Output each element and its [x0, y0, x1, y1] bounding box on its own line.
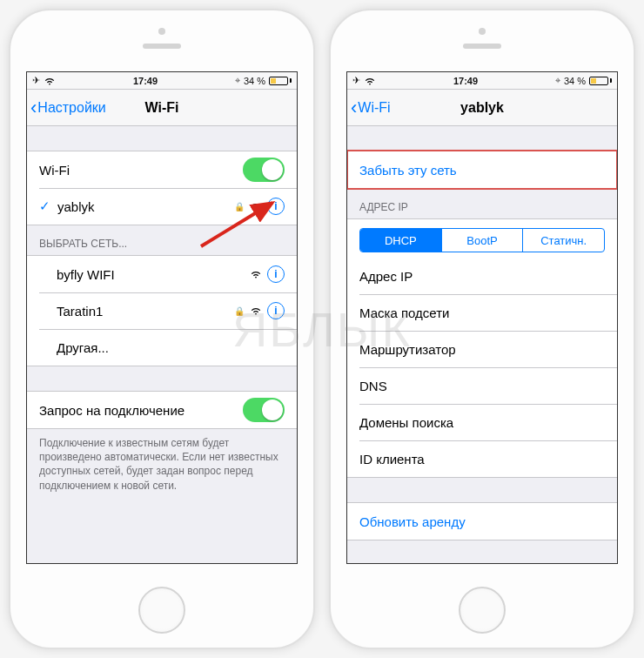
phone-left: ✈ 17:49 ⌖ 34 % ‹ Настройки Wi-Fi: [9, 9, 315, 649]
networks-group: byfly WIFI i Taratin1 🔒: [27, 255, 297, 366]
info-icon[interactable]: i: [267, 198, 285, 215]
status-time: 17:49: [133, 76, 158, 86]
ip-mode-segmented: DHCP BootP Статичн.: [359, 228, 605, 252]
check-icon: ✓: [39, 198, 50, 214]
wifi-switch[interactable]: [243, 158, 285, 182]
seg-dhcp[interactable]: DHCP: [360, 229, 441, 252]
seg-static[interactable]: Статичн.: [522, 229, 604, 252]
nav-back-button[interactable]: ‹ Wi-Fi: [347, 98, 391, 118]
row-label: DNS: [359, 379, 605, 393]
choose-network-header: ВЫБРАТЬ СЕТЬ...: [27, 225, 297, 255]
wifi-toggle-row: Wi-Fi: [27, 151, 297, 188]
forget-network-label: Забыть эту сеть: [359, 163, 605, 178]
wifi-icon: [364, 75, 376, 87]
dns-row[interactable]: DNS: [347, 367, 617, 404]
ask-join-label: Запрос на подключение: [39, 403, 243, 418]
network-row[interactable]: byfly WIFI i: [27, 256, 297, 292]
status-bar: ✈ 17:49 ⌖ 34 %: [347, 72, 617, 90]
seg-bootp[interactable]: BootP: [441, 229, 523, 252]
info-icon[interactable]: i: [267, 302, 285, 319]
chevron-left-icon: ‹: [351, 98, 357, 118]
wifi-toggle-group: Wi-Fi ✓ yablyk 🔒 i: [27, 151, 297, 225]
row-label: ID клиента: [359, 452, 605, 467]
other-network-label: Другая...: [57, 340, 285, 355]
lock-icon: 🔒: [234, 202, 245, 212]
wifi-icon: [44, 75, 56, 87]
status-bar: ✈ 17:49 ⌖ 34 %: [27, 72, 297, 90]
battery-icon: [589, 77, 612, 85]
ip-address-header: АДРЕС IP: [347, 189, 617, 218]
battery-percent: 34 %: [244, 76, 265, 86]
wifi-toggle-label: Wi-Fi: [39, 163, 243, 178]
bluetooth-icon: ⌖: [555, 75, 560, 86]
renew-lease-row[interactable]: Обновить аренду: [347, 503, 617, 540]
forget-network-row[interactable]: Забыть эту сеть: [347, 151, 617, 188]
phone-right: ✈ 17:49 ⌖ 34 % ‹ Wi-Fi yablyk: [329, 9, 635, 649]
content-scroll[interactable]: Wi-Fi ✓ yablyk 🔒 i ВЫБРАТЬ СЕТЬ...: [27, 126, 297, 563]
connected-network-row[interactable]: ✓ yablyk 🔒 i: [27, 188, 297, 225]
wifi-icon: [250, 200, 262, 212]
network-name: Taratin1: [57, 304, 234, 319]
home-button[interactable]: [459, 587, 506, 634]
airplane-icon: ✈: [352, 75, 360, 86]
router-row[interactable]: Маршрутизатор: [347, 331, 617, 367]
phone-camera: [158, 28, 165, 35]
nav-bar: ‹ Настройки Wi-Fi: [27, 90, 297, 126]
row-label: Маска подсети: [359, 306, 605, 320]
ip-address-row[interactable]: Адрес IP: [347, 258, 617, 294]
forget-network-group: Забыть эту сеть: [347, 151, 617, 189]
other-network-row[interactable]: Другая...: [27, 329, 297, 366]
row-label: Адрес IP: [359, 269, 605, 284]
wifi-icon: [250, 268, 262, 280]
row-label: Домены поиска: [359, 415, 605, 430]
nav-back-button[interactable]: ‹ Настройки: [27, 98, 106, 118]
screen-wifi-list: ✈ 17:49 ⌖ 34 % ‹ Настройки Wi-Fi: [26, 71, 298, 564]
info-icon[interactable]: i: [267, 265, 285, 283]
ask-join-footer: Подключение к известным сетям будет прои…: [27, 429, 297, 500]
row-label: Маршрутизатор: [359, 342, 605, 357]
ask-join-group: Запрос на подключение: [27, 391, 297, 429]
network-name: byfly WIFI: [57, 267, 250, 282]
network-row[interactable]: Taratin1 🔒 i: [27, 292, 297, 329]
phone-camera: [479, 28, 486, 35]
status-time: 17:49: [453, 76, 478, 86]
battery-icon: [269, 77, 292, 85]
airplane-icon: ✈: [32, 75, 40, 86]
search-domains-row[interactable]: Домены поиска: [347, 404, 617, 440]
nav-bar: ‹ Wi-Fi yablyk: [347, 90, 617, 126]
phone-speaker: [143, 44, 181, 49]
phone-speaker: [463, 44, 501, 49]
ask-join-row: Запрос на подключение: [27, 392, 297, 428]
client-id-row[interactable]: ID клиента: [347, 440, 617, 477]
ip-config-group: DHCP BootP Статичн. Адрес IP Маска подсе…: [347, 218, 617, 478]
nav-back-label: Wi-Fi: [358, 100, 390, 116]
renew-lease-group: Обновить аренду: [347, 502, 617, 540]
battery-percent: 34 %: [564, 76, 586, 86]
home-button[interactable]: [138, 587, 185, 634]
bluetooth-icon: ⌖: [235, 75, 240, 86]
connected-network-name: yablyk: [57, 199, 234, 214]
chevron-left-icon: ‹: [30, 98, 37, 118]
nav-back-label: Настройки: [37, 100, 105, 116]
lock-icon: 🔒: [234, 306, 245, 316]
subnet-mask-row[interactable]: Маска подсети: [347, 294, 617, 331]
renew-lease-label: Обновить аренду: [359, 514, 605, 529]
screen-network-detail: ✈ 17:49 ⌖ 34 % ‹ Wi-Fi yablyk: [346, 71, 618, 564]
ask-join-switch[interactable]: [243, 398, 285, 422]
wifi-icon: [250, 305, 262, 317]
content-scroll[interactable]: Забыть эту сеть АДРЕС IP DHCP BootP Стат…: [347, 126, 617, 563]
